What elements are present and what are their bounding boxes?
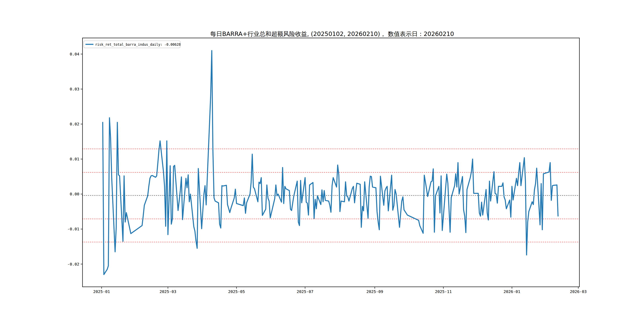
x-tick-label: 2025-03 xyxy=(160,289,176,294)
x-tick-label: 2025-01 xyxy=(93,289,110,294)
y-tick-label: -0.02 xyxy=(68,262,79,266)
y-tick-label: 0.03 xyxy=(70,87,79,92)
legend: risk_ret_total_barra_indus_daily: -0.006… xyxy=(84,41,181,48)
y-tick-label: -0.01 xyxy=(68,226,79,231)
y-tick-label: 0.00 xyxy=(70,192,79,196)
legend-label: risk_ret_total_barra_indus_daily: -0.006… xyxy=(95,42,181,46)
y-tick-label: 0.01 xyxy=(70,157,79,162)
x-tick-label: 2025-05 xyxy=(228,289,245,294)
x-tick-label: 2025-11 xyxy=(435,289,452,294)
x-tick-label: 2026-03 xyxy=(570,289,586,294)
figure: 每日BARRA+行业总和超额风险收益, (20250102, 20260210)… xyxy=(0,0,644,322)
y-tick-label: 0.04 xyxy=(70,52,79,56)
figure-background xyxy=(0,0,644,322)
x-tick-label: 2025-07 xyxy=(297,289,314,294)
chart-title: 每日BARRA+行业总和超额风险收益, (20250102, 20260210)… xyxy=(210,30,454,37)
y-tick-label: 0.02 xyxy=(70,122,79,126)
x-tick-label: 2026-01 xyxy=(504,289,520,294)
chart-canvas: 每日BARRA+行业总和超额风险收益, (20250102, 20260210)… xyxy=(0,0,644,322)
x-tick-label: 2025-09 xyxy=(366,289,383,294)
